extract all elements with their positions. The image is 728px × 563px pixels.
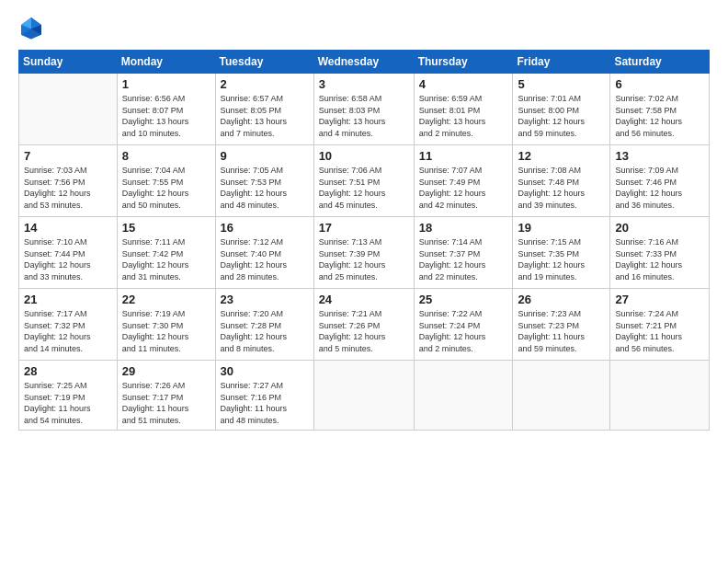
day-number: 19 (518, 221, 605, 235)
day-number: 14 (24, 221, 112, 235)
day-number: 6 (615, 77, 704, 91)
calendar-day-cell: 21Sunrise: 7:17 AM Sunset: 7:32 PM Dayli… (19, 289, 118, 361)
calendar-day-cell: 10Sunrise: 7:06 AM Sunset: 7:51 PM Dayli… (313, 145, 414, 217)
day-info: Sunrise: 7:05 AM Sunset: 7:53 PM Dayligh… (221, 165, 309, 211)
weekday-header: Wednesday (313, 51, 414, 74)
day-number: 20 (615, 221, 704, 235)
calendar-day-cell: 29Sunrise: 7:26 AM Sunset: 7:17 PM Dayli… (117, 361, 215, 431)
day-info: Sunrise: 7:11 AM Sunset: 7:42 PM Dayligh… (122, 236, 210, 282)
calendar-day-cell: 1Sunrise: 6:56 AM Sunset: 8:07 PM Daylig… (117, 74, 215, 145)
day-number: 1 (122, 77, 210, 91)
day-info: Sunrise: 7:10 AM Sunset: 7:44 PM Dayligh… (24, 236, 112, 282)
day-info: Sunrise: 6:58 AM Sunset: 8:03 PM Dayligh… (319, 93, 409, 139)
calendar-day-cell: 13Sunrise: 7:09 AM Sunset: 7:46 PM Dayli… (610, 145, 710, 217)
day-info: Sunrise: 7:01 AM Sunset: 8:00 PM Dayligh… (518, 93, 605, 139)
calendar-day-cell (610, 361, 710, 431)
day-number: 16 (221, 221, 309, 235)
calendar-week-row: 21Sunrise: 7:17 AM Sunset: 7:32 PM Dayli… (19, 289, 710, 361)
calendar-day-cell (513, 361, 610, 431)
day-number: 22 (122, 293, 210, 306)
day-number: 18 (419, 221, 508, 235)
day-number: 2 (221, 77, 309, 91)
calendar-day-cell: 4Sunrise: 6:59 AM Sunset: 8:01 PM Daylig… (414, 74, 513, 145)
calendar-day-cell: 5Sunrise: 7:01 AM Sunset: 8:00 PM Daylig… (513, 74, 610, 145)
day-info: Sunrise: 7:04 AM Sunset: 7:55 PM Dayligh… (122, 165, 210, 211)
calendar-day-cell: 9Sunrise: 7:05 AM Sunset: 7:53 PM Daylig… (215, 145, 313, 217)
calendar-header-row: SundayMondayTuesdayWednesdayThursdayFrid… (19, 51, 710, 74)
day-number: 11 (419, 149, 508, 163)
day-number: 24 (319, 293, 409, 306)
calendar-week-row: 1Sunrise: 6:56 AM Sunset: 8:07 PM Daylig… (19, 74, 710, 145)
calendar-day-cell: 14Sunrise: 7:10 AM Sunset: 7:44 PM Dayli… (19, 217, 118, 289)
day-number: 4 (419, 77, 508, 91)
day-number: 25 (419, 293, 508, 306)
day-info: Sunrise: 7:23 AM Sunset: 7:23 PM Dayligh… (518, 308, 605, 354)
day-info: Sunrise: 7:15 AM Sunset: 7:35 PM Dayligh… (518, 236, 605, 282)
calendar-table: SundayMondayTuesdayWednesdayThursdayFrid… (18, 50, 710, 431)
logo (18, 15, 48, 40)
calendar-day-cell: 12Sunrise: 7:08 AM Sunset: 7:48 PM Dayli… (513, 145, 610, 217)
calendar-day-cell: 17Sunrise: 7:13 AM Sunset: 7:39 PM Dayli… (313, 217, 414, 289)
day-info: Sunrise: 7:17 AM Sunset: 7:32 PM Dayligh… (24, 308, 112, 354)
day-number: 13 (615, 149, 704, 163)
day-info: Sunrise: 7:24 AM Sunset: 7:21 PM Dayligh… (615, 308, 704, 354)
weekday-header: Sunday (19, 51, 118, 74)
day-number: 21 (24, 293, 112, 306)
day-number: 7 (24, 149, 112, 163)
day-info: Sunrise: 7:07 AM Sunset: 7:49 PM Dayligh… (419, 165, 508, 211)
calendar-day-cell: 11Sunrise: 7:07 AM Sunset: 7:49 PM Dayli… (414, 145, 513, 217)
day-number: 23 (221, 293, 309, 306)
weekday-header: Thursday (414, 51, 513, 74)
weekday-header: Saturday (610, 51, 710, 74)
weekday-header: Tuesday (215, 51, 313, 74)
day-info: Sunrise: 7:09 AM Sunset: 7:46 PM Dayligh… (615, 165, 704, 211)
calendar-day-cell (19, 74, 118, 145)
calendar-day-cell: 24Sunrise: 7:21 AM Sunset: 7:26 PM Dayli… (313, 289, 414, 361)
calendar-day-cell (313, 361, 414, 431)
day-info: Sunrise: 7:22 AM Sunset: 7:24 PM Dayligh… (419, 308, 508, 354)
day-info: Sunrise: 7:02 AM Sunset: 7:58 PM Dayligh… (615, 93, 704, 139)
day-info: Sunrise: 6:57 AM Sunset: 8:05 PM Dayligh… (221, 93, 309, 139)
calendar-day-cell: 18Sunrise: 7:14 AM Sunset: 7:37 PM Dayli… (414, 217, 513, 289)
weekday-header: Friday (513, 51, 610, 74)
day-number: 28 (24, 364, 112, 378)
day-number: 8 (122, 149, 210, 163)
calendar-day-cell: 8Sunrise: 7:04 AM Sunset: 7:55 PM Daylig… (117, 145, 215, 217)
day-info: Sunrise: 7:16 AM Sunset: 7:33 PM Dayligh… (615, 236, 704, 282)
calendar-day-cell: 28Sunrise: 7:25 AM Sunset: 7:19 PM Dayli… (19, 361, 118, 431)
day-info: Sunrise: 7:21 AM Sunset: 7:26 PM Dayligh… (319, 308, 409, 354)
day-info: Sunrise: 7:06 AM Sunset: 7:51 PM Dayligh… (319, 165, 409, 211)
day-number: 9 (221, 149, 309, 163)
calendar-day-cell: 20Sunrise: 7:16 AM Sunset: 7:33 PM Dayli… (610, 217, 710, 289)
day-info: Sunrise: 7:13 AM Sunset: 7:39 PM Dayligh… (319, 236, 409, 282)
day-number: 10 (319, 149, 409, 163)
calendar-day-cell: 7Sunrise: 7:03 AM Sunset: 7:56 PM Daylig… (19, 145, 118, 217)
day-number: 12 (518, 149, 605, 163)
calendar-week-row: 7Sunrise: 7:03 AM Sunset: 7:56 PM Daylig… (19, 145, 710, 217)
calendar-day-cell: 15Sunrise: 7:11 AM Sunset: 7:42 PM Dayli… (117, 217, 215, 289)
day-number: 17 (319, 221, 409, 235)
day-info: Sunrise: 6:59 AM Sunset: 8:01 PM Dayligh… (419, 93, 508, 139)
day-info: Sunrise: 7:08 AM Sunset: 7:48 PM Dayligh… (518, 165, 605, 211)
calendar-week-row: 14Sunrise: 7:10 AM Sunset: 7:44 PM Dayli… (19, 217, 710, 289)
day-number: 27 (615, 293, 704, 306)
calendar-day-cell: 16Sunrise: 7:12 AM Sunset: 7:40 PM Dayli… (215, 217, 313, 289)
calendar-day-cell: 23Sunrise: 7:20 AM Sunset: 7:28 PM Dayli… (215, 289, 313, 361)
calendar-day-cell: 25Sunrise: 7:22 AM Sunset: 7:24 PM Dayli… (414, 289, 513, 361)
day-info: Sunrise: 7:03 AM Sunset: 7:56 PM Dayligh… (24, 165, 112, 211)
calendar-week-row: 28Sunrise: 7:25 AM Sunset: 7:19 PM Dayli… (19, 361, 710, 431)
day-info: Sunrise: 7:14 AM Sunset: 7:37 PM Dayligh… (419, 236, 508, 282)
calendar-day-cell: 19Sunrise: 7:15 AM Sunset: 7:35 PM Dayli… (513, 217, 610, 289)
calendar-day-cell: 2Sunrise: 6:57 AM Sunset: 8:05 PM Daylig… (215, 74, 313, 145)
calendar-day-cell: 3Sunrise: 6:58 AM Sunset: 8:03 PM Daylig… (313, 74, 414, 145)
day-info: Sunrise: 7:19 AM Sunset: 7:30 PM Dayligh… (122, 308, 210, 354)
day-number: 30 (221, 364, 309, 378)
day-number: 26 (518, 293, 605, 306)
day-number: 15 (122, 221, 210, 235)
calendar-day-cell: 22Sunrise: 7:19 AM Sunset: 7:30 PM Dayli… (117, 289, 215, 361)
weekday-header: Monday (117, 51, 215, 74)
day-info: Sunrise: 7:26 AM Sunset: 7:17 PM Dayligh… (122, 380, 210, 426)
logo-icon (18, 15, 44, 40)
day-info: Sunrise: 7:25 AM Sunset: 7:19 PM Dayligh… (24, 380, 112, 426)
day-number: 5 (518, 77, 605, 91)
